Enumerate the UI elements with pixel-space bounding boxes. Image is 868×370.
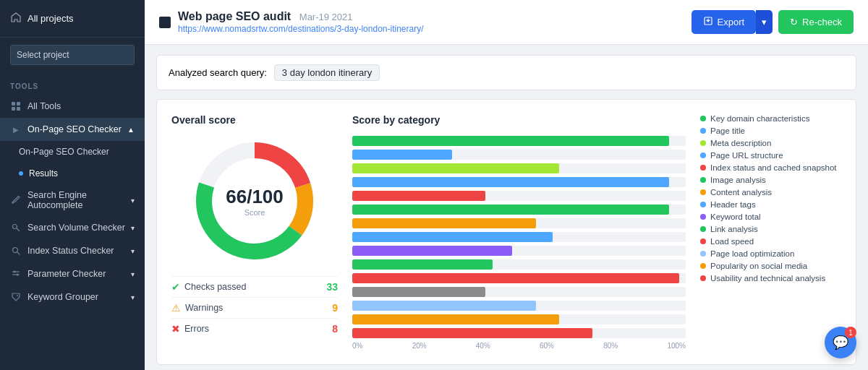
- tools-label: TOOLS: [0, 72, 145, 95]
- bar-fill: [352, 191, 485, 201]
- bar-track: [352, 150, 686, 160]
- sidebar-item-search-engine[interactable]: Search Engine Autocomplete ▾: [0, 184, 145, 216]
- donut-label: Score: [226, 208, 284, 217]
- dot-icon: [19, 171, 23, 176]
- svg-point-10: [17, 295, 18, 296]
- axis-label: 0%: [352, 342, 362, 350]
- page-url[interactable]: https://www.nomadsrtw.com/destinations/3…: [178, 24, 424, 34]
- bar-row: [352, 273, 686, 283]
- sidebar: All projects Select project TOOLS All To…: [0, 0, 145, 370]
- legend-item: Image analysis: [700, 176, 841, 184]
- legend-item: Index status and cached snapshot: [700, 163, 841, 172]
- legend-dot: [700, 128, 706, 134]
- sidebar-item-results[interactable]: Results: [0, 163, 145, 184]
- export-button-group: Export ▾: [692, 10, 773, 34]
- checks-passed-count: 33: [326, 281, 338, 293]
- bar-row: [352, 232, 686, 242]
- sidebar-item-label: Keyword Grouper: [27, 292, 98, 302]
- project-select[interactable]: Select project: [10, 45, 135, 65]
- svg-rect-1: [17, 102, 20, 106]
- legend-item: Keyword total: [700, 212, 841, 221]
- legend-label: Content analysis: [710, 188, 772, 197]
- sidebar-item-on-page-seo[interactable]: ▶ On-Page SEO Checker ▲: [0, 118, 145, 141]
- chat-icon: 💬: [833, 335, 848, 350]
- bar-row: [352, 328, 686, 338]
- svg-point-4: [13, 225, 17, 229]
- legend-section: Key domain characteristicsPage titleMeta…: [700, 114, 841, 350]
- export-button[interactable]: Export: [692, 10, 757, 34]
- legend-label: Usability and technical analysis: [710, 274, 825, 283]
- sidebar-item-label: Search Volume Checker: [27, 223, 125, 233]
- pen-icon: [10, 194, 22, 206]
- legend-dot: [700, 263, 706, 269]
- page-title-square: [159, 17, 171, 28]
- sidebar-item-all-tools[interactable]: All Tools: [0, 95, 145, 118]
- sidebar-item-label: All Tools: [27, 101, 61, 111]
- chevron-down-icon: ▾: [131, 224, 135, 232]
- errors-label: Errors: [184, 324, 209, 334]
- legend-label: Page URL structure: [710, 151, 783, 160]
- legend-label: Index status and cached snapshot: [710, 163, 837, 172]
- svg-point-9: [17, 274, 19, 276]
- bar-track: [352, 259, 686, 270]
- legend-label: Image analysis: [710, 176, 766, 184]
- legend-dot: [700, 251, 706, 257]
- sidebar-header[interactable]: All projects: [0, 0, 145, 38]
- bar-row: [352, 177, 686, 187]
- scores-panel: Overall score 66/100 Score: [156, 99, 856, 365]
- warning-icon: ⚠: [171, 302, 181, 314]
- bar-fill: [352, 232, 553, 242]
- search-query-label: Analyzed search query:: [169, 67, 267, 78]
- bar-fill: [352, 287, 485, 297]
- bar-fill: [352, 205, 669, 215]
- recheck-button[interactable]: ↻ Re-check: [778, 10, 854, 34]
- bar-row: [352, 150, 686, 160]
- legend-item: Key domain characteristics: [700, 114, 841, 123]
- recheck-icon: ↻: [790, 17, 798, 27]
- legend-item: Load speed: [700, 237, 841, 246]
- bar-row: [352, 314, 686, 324]
- bar-track: [352, 232, 686, 242]
- legend-item: Popularity on social media: [700, 262, 841, 270]
- bar-row: [352, 191, 686, 201]
- bar-fill: [352, 259, 493, 270]
- sidebar-item-index-status[interactable]: Index Status Checker ▾: [0, 239, 145, 262]
- main-content: Web page SEO audit Mar-19 2021 https://w…: [145, 0, 868, 370]
- chevron-down-icon: ▾: [131, 270, 135, 278]
- chevron-down-icon: ▾: [131, 293, 135, 301]
- sidebar-item-keyword-grouper[interactable]: Keyword Grouper ▾: [0, 285, 145, 309]
- sidebar-item-on-page-seo-sub[interactable]: On-Page SEO Checker: [0, 141, 145, 163]
- legend-item: Page load optimization: [700, 249, 841, 258]
- bar-chart-heading: Score by category: [352, 114, 686, 126]
- bar-fill: [352, 218, 536, 228]
- chat-bubble[interactable]: 💬 1: [825, 327, 856, 358]
- export-split-button[interactable]: ▾: [756, 10, 773, 34]
- check-icon: ✔: [171, 281, 180, 293]
- bar-fill: [352, 136, 669, 146]
- bar-row: [352, 301, 686, 311]
- sidebar-project: Select project: [0, 38, 145, 72]
- svg-rect-0: [12, 102, 15, 106]
- sidebar-item-parameter[interactable]: Parameter Checker ▾: [0, 262, 145, 285]
- score-summary: ✔ Checks passed 33 ⚠ Warnings 9 ✖ Errors: [171, 276, 338, 339]
- legend-item: Meta description: [700, 139, 841, 147]
- bar-track: [352, 314, 686, 324]
- checks-passed-row: ✔ Checks passed 33: [171, 276, 338, 297]
- chevron-down-icon: ▾: [131, 247, 135, 255]
- bar-track: [352, 218, 686, 228]
- legend-label: Popularity on social media: [710, 262, 807, 270]
- page-title: Web page SEO audit: [178, 10, 291, 22]
- home-icon: [10, 12, 22, 25]
- bar-track: [352, 177, 686, 187]
- legend-item: Header tags: [700, 200, 841, 209]
- chevron-up-icon: ▲: [127, 126, 135, 134]
- errors-count: 8: [332, 323, 338, 335]
- bar-fill: [352, 246, 512, 256]
- search-query-tag: 3 day london itinerary: [274, 64, 380, 81]
- sidebar-item-search-volume[interactable]: Search Volume Checker ▾: [0, 216, 145, 239]
- bar-chart-container: [352, 136, 686, 338]
- warnings-left: ⚠ Warnings: [171, 302, 223, 314]
- search-query-bar: Analyzed search query: 3 day london itin…: [156, 55, 856, 90]
- search-icon: [10, 245, 22, 257]
- bar-fill: [352, 301, 536, 311]
